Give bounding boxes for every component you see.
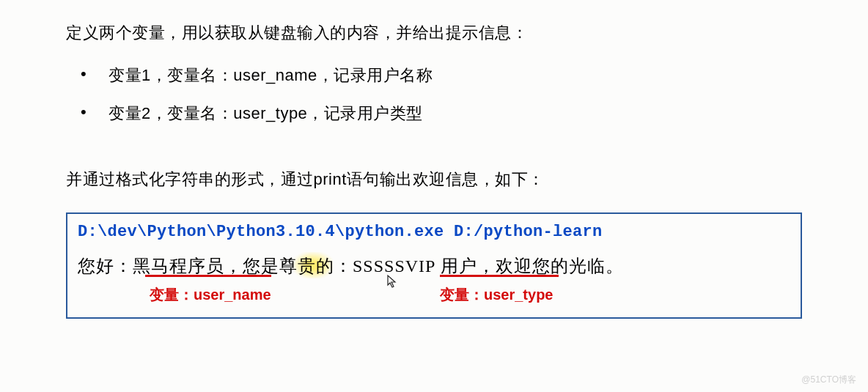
underline-user-name <box>145 275 271 277</box>
list-item: 变量2，变量名：user_type，记录用户类型 <box>81 103 802 125</box>
cursor-icon <box>386 274 398 289</box>
console-output-box: D:\dev\Python\Python3.10.4\python.exe D:… <box>66 212 802 319</box>
intro-text: 定义两个变量，用以获取从键盘输入的内容，并给出提示信息： <box>66 22 802 44</box>
para-format-instruction: 并通过格式化字符串的形式，通过print语句输出欢迎信息，如下： <box>66 169 802 191</box>
watermark-text: @51CTO博客 <box>801 374 856 386</box>
annotation-row: 变量：user_name 变量：user_type <box>78 273 790 310</box>
list-item: 变量1，变量名：user_name，记录用户名称 <box>81 64 802 86</box>
underline-user-type <box>440 275 559 277</box>
annotation-user-type: 变量：user_type <box>440 285 553 305</box>
command-line: D:\dev\Python\Python3.10.4\python.exe D:… <box>78 223 790 241</box>
annotation-user-name: 变量：user_name <box>150 285 271 305</box>
variable-bullet-list: 变量1，变量名：user_name，记录用户名称 变量2，变量名：user_ty… <box>81 64 802 125</box>
